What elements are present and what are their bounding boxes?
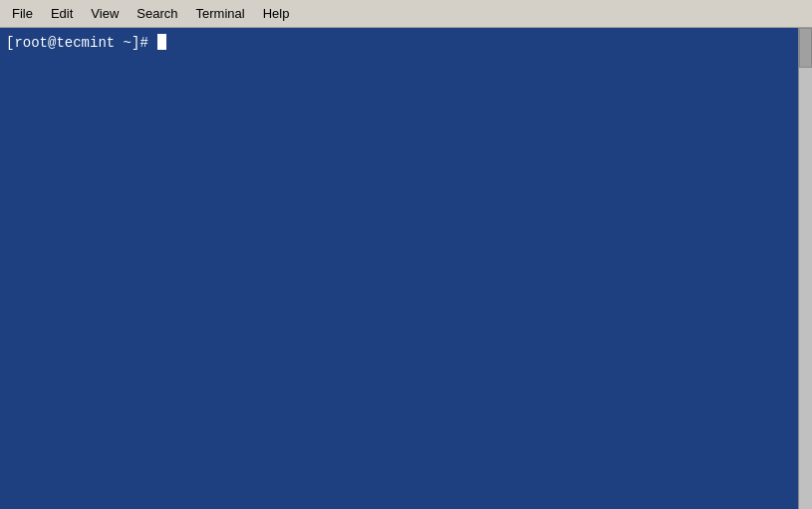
menu-file[interactable]: File <box>4 3 41 24</box>
menu-bar: File Edit View Search Terminal Help <box>0 0 812 28</box>
terminal-cursor <box>157 34 166 50</box>
menu-terminal[interactable]: Terminal <box>188 3 253 24</box>
menu-help[interactable]: Help <box>255 3 298 24</box>
terminal-content: [root@tecmint ~]# <box>6 34 806 54</box>
terminal-area[interactable]: [root@tecmint ~]# <box>0 28 812 509</box>
menu-view[interactable]: View <box>83 3 127 24</box>
scrollbar-thumb[interactable] <box>799 28 812 68</box>
menu-search[interactable]: Search <box>129 3 185 24</box>
scrollbar[interactable] <box>798 28 812 509</box>
menu-edit[interactable]: Edit <box>43 3 81 24</box>
terminal-prompt: [root@tecmint ~]# <box>6 34 156 54</box>
